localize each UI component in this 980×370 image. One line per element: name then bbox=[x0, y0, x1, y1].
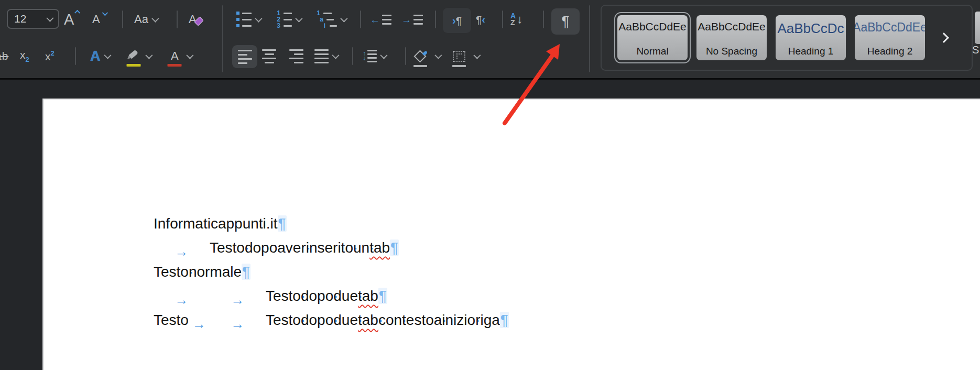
bullet-list-icon bbox=[236, 12, 252, 28]
document-line[interactable]: →Testo· dopo· aver· inserito· un· tab¶ bbox=[154, 236, 980, 260]
align-justify-icon bbox=[314, 49, 329, 63]
font-color-icon: A bbox=[171, 47, 179, 66]
document-line[interactable]: Informaticappunti.it¶ bbox=[154, 212, 980, 236]
highlighter-icon bbox=[129, 47, 138, 66]
document-line[interactable]: Testo· normale¶ bbox=[154, 260, 980, 284]
group-divider bbox=[222, 5, 223, 72]
tab-mark: → bbox=[154, 240, 210, 256]
borders-button[interactable] bbox=[453, 44, 479, 68]
text-highlight-button[interactable] bbox=[129, 44, 151, 68]
shading-button[interactable] bbox=[414, 44, 440, 68]
divider bbox=[405, 47, 406, 65]
style-card-heading-2[interactable]: AaBbCcDdEeHeading 2 bbox=[855, 15, 925, 60]
align-right-button[interactable] bbox=[289, 44, 303, 68]
clear-formatting-icon: A bbox=[189, 14, 197, 25]
pilcrow-mark: ¶ bbox=[242, 264, 251, 280]
numbered-list-button[interactable]: 1 2 3 bbox=[276, 7, 301, 31]
styles-pane-label: S bbox=[972, 44, 979, 56]
divider bbox=[502, 10, 503, 28]
tab-arrow-icon: → bbox=[231, 312, 245, 336]
divider bbox=[177, 10, 178, 28]
pilcrow-mark: ¶ bbox=[500, 312, 509, 328]
grow-font-icon: A bbox=[64, 12, 74, 27]
shrink-font-icon: A bbox=[92, 14, 100, 25]
superscript-icon: x2 bbox=[45, 49, 55, 63]
document-lines: Informaticappunti.it¶ →Testo· dopo· aver… bbox=[43, 100, 980, 332]
ltr-paragraph-button[interactable]: ›¶ bbox=[443, 8, 471, 33]
misspelled-word: tab bbox=[358, 288, 378, 304]
increase-indent-button[interactable]: → bbox=[401, 7, 423, 31]
align-justify-button[interactable] bbox=[314, 44, 337, 68]
pilcrow-mark: ¶ bbox=[390, 240, 399, 256]
font-size-value: 12 bbox=[14, 13, 26, 25]
style-preview: AaBbCcDdEe bbox=[618, 20, 687, 33]
align-left-icon bbox=[238, 50, 252, 64]
text-effects-icon: A bbox=[90, 48, 101, 64]
document-page[interactable]: Informaticappunti.it¶ →Testo· dopo· aver… bbox=[42, 99, 980, 370]
strikethrough-button[interactable]: ab bbox=[0, 44, 8, 68]
divider bbox=[543, 10, 544, 28]
divider bbox=[75, 47, 76, 65]
document-line[interactable]: Testo → →Testo· dopo· due· tab· con· tes… bbox=[154, 308, 980, 332]
clear-formatting-button[interactable]: A bbox=[189, 7, 197, 31]
rtl-paragraph-icon: ¶‹ bbox=[476, 14, 485, 25]
misspelled-word: tab bbox=[358, 312, 378, 328]
align-center-icon bbox=[262, 49, 276, 63]
strikethrough-icon: ab bbox=[0, 50, 8, 62]
increase-indent-icon: → bbox=[401, 15, 423, 25]
style-label: No Spacing bbox=[706, 46, 757, 57]
align-left-button[interactable] bbox=[232, 45, 257, 68]
chevron-down-icon bbox=[104, 52, 111, 59]
document-line[interactable]: → →Testo· dopo· due· tab¶ bbox=[154, 284, 980, 308]
style-card-heading-1[interactable]: AaBbCcDcHeading 1 bbox=[776, 15, 846, 60]
decrease-indent-icon: ← bbox=[370, 15, 391, 25]
styles-more-button[interactable] bbox=[939, 32, 949, 43]
style-preview: AaBbCcDc bbox=[777, 20, 844, 37]
change-case-button[interactable]: Aa bbox=[134, 7, 157, 31]
show-formatting-marks-button[interactable]: ¶ bbox=[551, 8, 580, 35]
group-divider bbox=[589, 5, 590, 72]
chevron-down-icon bbox=[255, 15, 262, 23]
align-center-button[interactable] bbox=[262, 44, 276, 68]
subscript-icon: x2 bbox=[20, 49, 29, 63]
multilevel-list-button[interactable]: 1 a i bbox=[316, 7, 346, 31]
chevron-down-icon bbox=[332, 52, 339, 59]
pilcrow-icon: ¶ bbox=[561, 14, 569, 29]
style-card-normal[interactable]: AaBbCcDdEeNormal bbox=[617, 15, 688, 60]
ltr-paragraph-icon: ›¶ bbox=[452, 15, 462, 26]
change-case-icon: Aa bbox=[134, 14, 148, 25]
chevron-down-icon bbox=[473, 52, 481, 59]
bullet-list-button[interactable] bbox=[236, 7, 260, 31]
divider bbox=[352, 47, 353, 65]
style-label: Normal bbox=[636, 46, 668, 57]
misspelled-word: tab bbox=[369, 240, 390, 256]
sort-az-icon: AZ ↓ bbox=[510, 13, 522, 26]
shrink-font-button[interactable]: A bbox=[92, 7, 100, 31]
decrease-indent-button[interactable]: ← bbox=[370, 7, 391, 31]
chevron-down-icon bbox=[151, 15, 159, 23]
style-label: Heading 2 bbox=[867, 46, 913, 57]
chevron-down-icon bbox=[186, 52, 193, 59]
superscript-button[interactable]: x2 bbox=[45, 44, 55, 68]
line-spacing-icon: ↑↓ bbox=[363, 50, 377, 62]
style-card-no-spacing[interactable]: AaBbCcDdEeNo Spacing bbox=[696, 15, 767, 60]
line-spacing-button[interactable]: ↑↓ bbox=[363, 44, 386, 68]
tab-mark: → bbox=[210, 312, 266, 328]
sort-button[interactable]: AZ ↓ bbox=[510, 7, 522, 31]
styles-pane-button[interactable] bbox=[975, 12, 980, 44]
borders-icon bbox=[453, 47, 465, 66]
rtl-paragraph-button[interactable]: ¶‹ bbox=[476, 7, 485, 31]
text-effects-button[interactable]: A bbox=[90, 44, 110, 68]
style-preview: AaBbCcDdEe bbox=[698, 20, 766, 33]
tab-mark: → bbox=[189, 312, 210, 328]
tab-mark: → bbox=[210, 288, 266, 304]
word-dark-ui: { "toolbar": { "font_size": "12", "glyph… bbox=[0, 0, 980, 370]
subscript-button[interactable]: x2 bbox=[20, 44, 29, 68]
chevron-down-icon bbox=[340, 15, 347, 23]
style-preview: AaBbCcDdEe bbox=[855, 20, 925, 35]
font-color-button[interactable]: A bbox=[171, 44, 192, 68]
font-size-select[interactable]: 12 bbox=[7, 9, 59, 29]
divider bbox=[360, 10, 361, 28]
pilcrow-mark: ¶ bbox=[378, 288, 387, 304]
grow-font-button[interactable]: A bbox=[64, 7, 74, 31]
